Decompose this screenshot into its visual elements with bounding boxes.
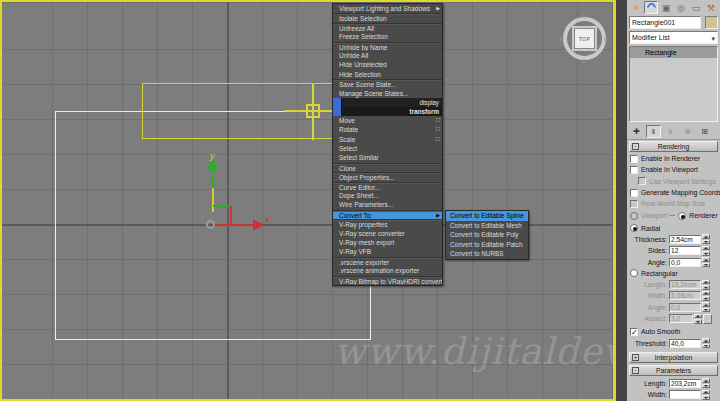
- modifier-list-dropdown[interactable]: Modifier List ▾: [629, 31, 718, 44]
- menu-item-vrscene-animation-exporter[interactable]: .vrscene animation exporter: [333, 266, 442, 275]
- menu-item-select[interactable]: Select: [333, 144, 442, 153]
- angle-spinner[interactable]: [702, 257, 710, 267]
- menu-item-manage-scene-states[interactable]: Manage Scene States...: [333, 89, 442, 98]
- param-width-spinner[interactable]: [702, 390, 710, 400]
- submenu-item-editable-spline[interactable]: Convert to Editable Spline: [446, 211, 528, 221]
- tab-create[interactable]: ✶: [629, 1, 643, 14]
- menu-item-vray-vfb[interactable]: V-Ray VFB: [333, 247, 442, 256]
- menu-item-hide-unselected[interactable]: Hide Unselected: [333, 60, 442, 69]
- thickness-field[interactable]: 2,54cm: [669, 235, 701, 244]
- sides-spinner[interactable]: [702, 246, 710, 256]
- tab-motion[interactable]: ◎: [674, 1, 688, 14]
- sides-field[interactable]: 12: [669, 246, 701, 255]
- menu-item-vray-properties[interactable]: V-Ray properties: [333, 219, 442, 228]
- threshold-spinner[interactable]: [702, 338, 710, 348]
- spinner-down-icon[interactable]: [702, 395, 710, 400]
- configure-modifier-sets-button[interactable]: ⊞: [697, 125, 712, 138]
- settings-box-icon[interactable]: □: [436, 125, 440, 133]
- menu-item-unhide-by-name[interactable]: Unhide by Name: [333, 42, 442, 51]
- generate-mapping-checkbox[interactable]: [630, 189, 638, 197]
- menu-item-vrscene-exporter[interactable]: .vrscene exporter: [333, 257, 442, 266]
- spinner-up-icon[interactable]: [702, 246, 710, 251]
- submenu-item-editable-patch[interactable]: Convert to Editable Patch: [446, 240, 528, 250]
- submenu-item-editable-mesh[interactable]: Convert to Editable Mesh: [446, 221, 528, 231]
- collapse-icon[interactable]: -: [632, 367, 639, 374]
- gizmo-x-arrowhead[interactable]: [253, 219, 264, 231]
- modifier-stack[interactable]: Rectangle: [629, 46, 718, 122]
- spinner-up-icon[interactable]: [702, 257, 710, 262]
- param-length-field[interactable]: 203,2cm: [669, 379, 701, 388]
- viewcube[interactable]: N E S W TOP: [561, 15, 608, 62]
- settings-box-icon[interactable]: □: [436, 135, 440, 143]
- menu-item-rotate[interactable]: Rotate □: [333, 125, 442, 134]
- make-unique-button[interactable]: ∨: [663, 125, 678, 138]
- thickness-spinner[interactable]: [702, 234, 710, 244]
- auto-smooth-checkbox[interactable]: ✓: [630, 328, 638, 336]
- spinner-down-icon[interactable]: [702, 263, 710, 268]
- stack-item-rectangle[interactable]: Rectangle: [630, 47, 717, 58]
- panel-divider[interactable]: [616, 0, 627, 401]
- object-color-swatch[interactable]: [705, 16, 718, 29]
- parameters-rollout-header[interactable]: - Parameters: [629, 365, 718, 376]
- expand-icon[interactable]: +: [632, 354, 639, 361]
- show-end-result-button[interactable]: ‖: [646, 125, 661, 138]
- spinner-up-icon[interactable]: [702, 338, 710, 343]
- menu-item-freeze-selection[interactable]: Freeze Selection: [333, 32, 442, 41]
- angle-field[interactable]: 0,0: [669, 258, 701, 267]
- gizmo-y-axis[interactable]: [212, 169, 214, 188]
- gizmo-xy-plane-green[interactable]: [213, 205, 231, 207]
- menu-item-hide-selection[interactable]: Hide Selection: [333, 70, 442, 79]
- menu-item-scale[interactable]: Scale □: [333, 135, 442, 144]
- menu-item-dope-sheet[interactable]: Dope Sheet...: [333, 191, 442, 200]
- gizmo-x-axis[interactable]: [214, 224, 254, 226]
- param-length-spinner[interactable]: [702, 378, 710, 388]
- spinner-down-icon[interactable]: [702, 240, 710, 245]
- spinner-down-icon[interactable]: [702, 251, 710, 256]
- viewcube-top-face[interactable]: TOP: [574, 28, 595, 49]
- submenu-item-editable-poly[interactable]: Convert to Editable Poly: [446, 230, 528, 240]
- param-width-field[interactable]: [669, 390, 701, 399]
- menu-item-move[interactable]: Move □: [333, 116, 442, 125]
- tab-modify[interactable]: [644, 1, 658, 14]
- menu-item-convert-to[interactable]: Convert To: ▶: [333, 210, 442, 219]
- menu-item-clone[interactable]: Clone: [333, 163, 442, 172]
- collapse-icon[interactable]: -: [632, 143, 639, 150]
- menu-item-unhide-all[interactable]: Unhide All: [333, 51, 442, 60]
- submenu-item-nurbs[interactable]: Convert to NURBS: [446, 249, 528, 259]
- menu-item-unfreeze-all[interactable]: Unfreeze All: [333, 23, 442, 32]
- spinner-up-icon[interactable]: [702, 390, 710, 395]
- selection-pivot-marker[interactable]: [306, 104, 320, 118]
- pin-stack-button[interactable]: ✚: [629, 125, 644, 138]
- tab-hierarchy[interactable]: ▣: [659, 1, 673, 14]
- menu-item-viewport-lighting[interactable]: Viewport Lighting and Shadows ▶: [333, 4, 442, 13]
- menu-item-curve-editor[interactable]: Curve Editor...: [333, 182, 442, 191]
- enable-in-renderer-checkbox[interactable]: [630, 155, 638, 163]
- spinner-up-icon[interactable]: [702, 378, 710, 383]
- menu-item-vray-scene-converter[interactable]: V-Ray scene converter: [333, 229, 442, 238]
- renderer-radio[interactable]: [678, 212, 686, 220]
- spinner-down-icon[interactable]: [702, 384, 710, 389]
- spinner-down-icon[interactable]: [702, 344, 710, 349]
- interpolation-rollout-header[interactable]: + Interpolation: [629, 352, 718, 363]
- settings-box-icon[interactable]: □: [436, 116, 440, 124]
- menu-item-vray-bitmap-converter[interactable]: V-Ray Bitmap to VRayHDRI converter: [333, 276, 442, 285]
- menu-item-isolate-selection[interactable]: Isolate Selection: [333, 13, 442, 22]
- enable-in-viewport-checkbox[interactable]: [630, 166, 638, 174]
- threshold-field[interactable]: 40,0: [669, 339, 701, 348]
- menu-item-select-similar[interactable]: Select Similar: [333, 153, 442, 162]
- tab-utilities[interactable]: ⚒: [704, 1, 718, 14]
- rendering-rollout-header[interactable]: - Rendering: [629, 141, 718, 152]
- object-name-field[interactable]: Rectangle001: [629, 16, 701, 29]
- tab-display[interactable]: ▭: [689, 1, 703, 14]
- menu-item-save-scene-state[interactable]: Save Scene State...: [333, 79, 442, 88]
- spinner-up-icon[interactable]: [702, 234, 710, 239]
- rectangular-radio[interactable]: [630, 269, 638, 277]
- gizmo-xy-plane-red[interactable]: [230, 206, 232, 225]
- viewport-top[interactable]: y x www.dijitaldevs N E S W TOP: [0, 0, 616, 401]
- menu-item-vray-mesh-export[interactable]: V-Ray mesh export: [333, 238, 442, 247]
- remove-modifier-button[interactable]: ⊗: [680, 125, 695, 138]
- radial-radio[interactable]: [630, 224, 638, 232]
- enable-in-renderer-row: Enable In Renderer: [629, 153, 718, 164]
- menu-item-object-properties[interactable]: Object Properties...: [333, 172, 442, 181]
- menu-item-wire-parameters[interactable]: Wire Parameters...: [333, 200, 442, 209]
